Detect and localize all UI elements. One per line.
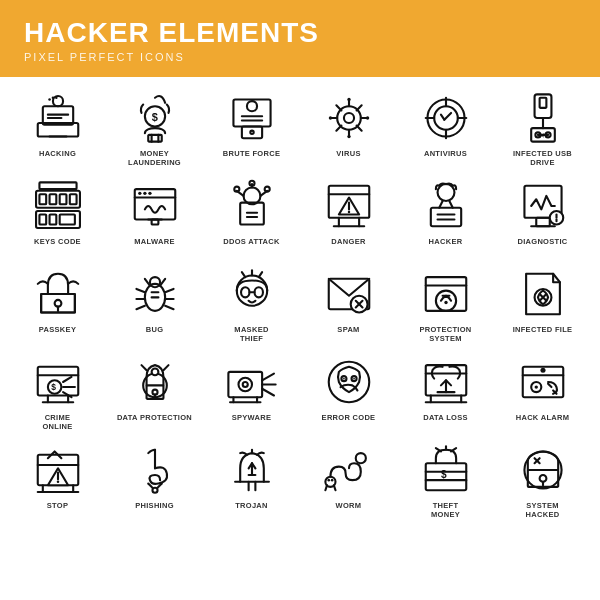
header-title: HACKER ELEMENTS [24,18,576,49]
svg-point-81 [347,210,350,213]
danger-label: DANGER [331,237,365,255]
icon-cell-danger: DANGER [301,173,396,259]
svg-point-161 [353,378,355,380]
header-subtitle: PIXEL PERFECT ICONS [24,51,576,63]
protection-system-label: PROTECTION SYSTEM [419,325,471,343]
crime-online-label: CRIME ONLINE [42,413,72,431]
hacking-label: HACKING [39,149,76,167]
svg-rect-66 [151,219,158,224]
icon-cell-infected-usb: ✕ INFECTED USB DRIVE [495,85,590,171]
phishing-icon [128,443,182,497]
hacker-label: HACKER [429,237,463,255]
hack-alarm-label: HACK ALARM [516,413,570,431]
diagnostic-icon [516,179,570,233]
icon-cell-crime-online: $ CRIME ONLINE [10,349,105,435]
masked-thief-icon [225,267,279,321]
svg-point-72 [234,186,239,191]
stop-label: STOP [47,501,69,519]
data-loss-label: DATA LOSS [423,413,468,431]
ddos-attack-icon [225,179,279,233]
hacker-icon [419,179,473,233]
data-loss-icon [419,355,473,409]
svg-line-138 [63,377,71,382]
bug-icon [128,267,182,321]
trojan-label: TROJAN [235,501,268,519]
svg-point-63 [143,191,146,194]
svg-point-4 [48,98,51,101]
svg-line-25 [336,105,341,110]
svg-line-198 [333,485,335,490]
header: HACKER ELEMENTS PIXEL PERFECT ICONS [0,0,600,77]
svg-line-147 [163,365,168,370]
keys-code-label: KEYS CODE [34,237,81,255]
icon-cell-spyware: SPYWARE [204,349,299,435]
icon-cell-hacking: HACKING [10,85,105,171]
keys-code-icon [31,179,85,233]
svg-point-183 [56,480,59,483]
svg-line-197 [325,485,327,490]
svg-line-174 [548,383,551,386]
hacking-icon [31,91,85,145]
icon-cell-data-loss: DATA LOSS [398,349,493,435]
bug-label: BUG [146,325,164,343]
masked-thief-label: MASKED THIEF [234,325,268,343]
infected-usb-label: INFECTED USB DRIVE [513,149,572,167]
svg-line-146 [141,365,146,370]
svg-rect-148 [228,372,262,397]
icon-cell-ddos-attack: DDOS ATTACK [204,173,299,259]
svg-line-204 [435,448,440,451]
svg-rect-58 [59,214,74,224]
svg-point-173 [534,385,537,388]
svg-point-171 [540,367,545,372]
virus-label: VIRUS [336,149,360,167]
icon-cell-spam: SPAM [301,261,396,347]
svg-line-108 [136,306,144,309]
svg-text:$: $ [151,110,157,122]
data-protection-icon [128,355,182,409]
antivirus-icon [419,91,473,145]
infected-file-label: INFECTED FILE [513,325,573,343]
svg-rect-55 [69,194,76,204]
error-code-label: ERROR CODE [322,413,376,431]
svg-point-5 [51,96,54,99]
svg-point-62 [138,191,141,194]
svg-line-26 [356,125,361,130]
hack-alarm-icon [516,355,570,409]
svg-rect-86 [430,207,460,226]
svg-point-114 [254,287,262,297]
antivirus-label: ANTIVIRUS [424,149,467,167]
svg-line-118 [258,272,261,277]
icon-cell-hack-alarm: HACK ALARM [495,349,590,435]
svg-point-2 [52,96,62,106]
svg-point-145 [151,368,158,375]
svg-point-64 [148,191,151,194]
infected-file-icon [516,267,570,321]
svg-line-27 [356,105,361,110]
spam-label: SPAM [337,325,359,343]
icon-cell-error-code: ERROR CODE [301,349,396,435]
theft-money-icon: $ [419,443,473,497]
ddos-attack-label: DDOS ATTACK [223,237,280,255]
stop-icon [31,443,85,497]
icon-cell-theft-money: $ THEFT MONEY [398,437,493,523]
icon-cell-system-hacked: SYSTEM HACKED [495,437,590,523]
theft-money-label: THEFT MONEY [431,501,460,519]
svg-point-101 [149,277,159,287]
icon-cell-malware: MALWARE [107,173,202,259]
worm-icon [322,443,376,497]
svg-rect-11 [148,135,162,142]
money-laundering-label: MONEY LAUNDERING [128,149,181,167]
icon-cell-antivirus: ANTIVIRUS [398,85,493,171]
svg-point-113 [241,287,249,297]
svg-point-150 [242,382,247,387]
malware-icon [128,179,182,233]
system-hacked-icon [516,443,570,497]
icon-cell-keys-code: KEYS CODE [10,173,105,259]
svg-point-149 [238,378,252,392]
svg-rect-59 [39,182,76,189]
svg-rect-123 [425,277,466,311]
icon-cell-brute-force: BRUTE FORCE [204,85,299,171]
worm-label: WORM [336,501,362,519]
svg-point-73 [264,186,269,191]
icon-cell-virus: VIRUS [301,85,396,171]
